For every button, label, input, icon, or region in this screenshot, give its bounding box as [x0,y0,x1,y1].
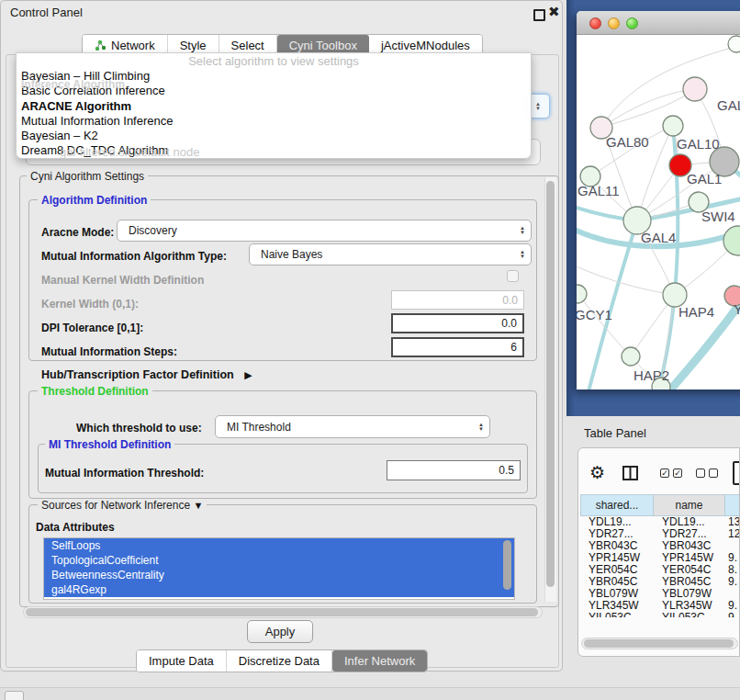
aracne-mode-label: Aracne Mode: [41,226,114,239]
checked-box-icon[interactable]: ✓ [660,469,669,478]
manual-kernel-width-checkbox[interactable] [507,270,519,282]
table-column-header[interactable]: shared... [580,494,654,516]
network-node[interactable] [577,285,587,303]
network-node[interactable] [663,116,683,136]
table-row[interactable]: YBR045CYBR045C9. [580,576,740,588]
table-cell: 8. [725,564,740,576]
network-node[interactable] [622,347,640,366]
close-icon[interactable]: ✖ [548,6,559,17]
algorithm-popup-item[interactable]: Bayesian – K2 [17,129,531,143]
table-cell: 9. [725,600,740,612]
mi-algorithm-type-value: Naive Bayes [250,248,514,261]
table-cell: YIL053C [654,612,725,617]
table-cell: YBL079W [654,588,725,600]
settings-vscrollbar-thumb[interactable] [546,181,555,587]
columns-icon[interactable] [622,466,638,484]
table-column-header[interactable]: name [654,494,725,516]
table-row[interactable]: YER054CYER054C8. [580,564,740,576]
network-canvas[interactable]: GALGAL80GAL10GAL1SWI4GAL11GAL4GCY1HAP4YH… [577,35,740,390]
network-node-label: GAL80 [606,134,649,150]
data-attributes-list[interactable]: SelfLoopsTopologicalCoefficientBetweenne… [43,537,515,600]
close-traffic-light-icon[interactable] [589,17,601,29]
table-cell: YIL053C [580,612,654,617]
algorithm-popup-item[interactable]: Bayesian – Hill Climbing [17,69,531,84]
expand-down-icon: ▼ [193,500,203,511]
table-row[interactable]: YPR145WYPR145W9. [580,552,740,564]
network-node[interactable] [683,77,707,101]
algorithm-popup-item[interactable]: Basic Correlation Inference [17,84,531,98]
document-icon[interactable] [733,461,740,485]
combo-arrows-icon: ▲▼ [514,250,531,259]
minimize-traffic-light-icon[interactable] [608,17,620,29]
attribute-list-item[interactable]: TopologicalCoefficient [44,553,514,568]
tab-label: Discretize Data [239,654,320,668]
table-body: YDL19...YDL19...13YDR27...YDR27...12YBR0… [580,516,740,617]
control-panel: Control Panel ✖ NetworkStyleSelectCyni T… [0,0,563,672]
mi-threshold-field[interactable]: 0.5 [387,460,521,480]
tab-label: Network [111,39,155,52]
tab-discretize-data[interactable]: Discretize Data [227,650,332,672]
algorithm-popup-item[interactable]: ARACNE Algorithm [17,99,531,114]
sources-group-label[interactable]: Sources for Network Inference ▼ [38,499,207,512]
mi-algorithm-type-combo[interactable]: Naive Bayes ▲▼ [249,243,532,265]
dpi-tolerance-field[interactable]: 0.0 [391,313,524,333]
popup-hint: Select algorithm to view settings [17,53,531,69]
attribute-list-item[interactable]: SelfLoops [44,538,514,553]
table-column-header[interactable]: A [725,494,740,516]
table-cell: YBR043C [580,540,654,552]
table-cell: YDL19... [580,516,654,528]
settings-hscrollbar[interactable] [23,606,543,618]
which-threshold-value: MI Threshold [216,421,473,434]
table-row[interactable]: YBL079WYBL079W [580,588,740,600]
algorithm-popup-item[interactable]: Mutual Information Inference [17,114,531,129]
table-panel: ⚙ ✓ ✓ shared...nameA YDL19...YDL19...13Y… [577,447,740,657]
network-node[interactable] [728,36,740,52]
gear-icon[interactable]: ⚙ [589,464,605,481]
algorithm-popup-item[interactable]: Dream8 DC_TDC Algorithm [17,143,531,158]
network-window-titlebar[interactable] [577,11,740,35]
table-hscrollbar[interactable] [581,638,738,649]
corner-widget[interactable] [5,691,24,700]
aracne-mode-combo[interactable]: Discovery ▲▼ [117,220,532,242]
combo-arrows-icon: ▲▼ [473,423,489,432]
table-row[interactable]: YLR345WYLR345W9. [580,600,740,612]
table-cell: YBR045C [654,576,725,588]
mi-steps-label: Mutual Information Steps: [41,345,177,358]
network-node-label: HAP4 [678,304,714,320]
table-cell: YBR043C [654,540,725,552]
table-row[interactable]: YBR043CYBR043C [580,540,740,552]
attributes-list-scrollbar[interactable] [503,540,511,590]
unchecked-box-icon[interactable] [696,469,705,478]
tab-infer-network[interactable]: Infer Network [332,650,427,672]
hub-definition-expander[interactable]: Hub/Transcription Factor Definition ▶ [41,368,252,381]
tab-label: Style [180,39,207,52]
tab-label: Impute Data [149,654,214,668]
attribute-list-item[interactable]: gal4RGexp [44,582,514,597]
table-cell: YLR345W [654,600,725,612]
table-row[interactable]: YDR27...YDR27...12 [580,528,740,540]
table-cell: 9. [725,552,740,564]
tab-label: Infer Network [344,654,415,668]
which-threshold-combo[interactable]: MI Threshold ▲▼ [215,415,490,438]
network-node-label: Y [734,301,740,317]
attribute-list-item[interactable]: BetweennessCentrality [44,568,514,582]
network-node[interactable] [723,226,740,255]
table-cell: YPR145W [654,552,725,564]
mi-steps-field[interactable]: 6 [391,337,524,357]
checked-box-icon[interactable]: ✓ [673,469,682,478]
cyni-algorithm-settings-label: Cyni Algorithm Settings [27,170,148,183]
tab-label: Select [231,39,264,52]
network-node-label: GAL [717,97,740,113]
unchecked-box-icon[interactable] [709,469,718,478]
tab-impute-data[interactable]: Impute Data [137,650,227,672]
table-row[interactable]: YDL19...YDL19...13 [580,516,740,528]
network-node-label: GAL10 [677,136,720,152]
network-node-label: GCY1 [577,307,612,322]
table-row[interactable]: YIL053CYIL053C9 [580,612,740,617]
apply-button[interactable]: Apply [247,620,313,643]
table-cell: YER054C [580,564,654,576]
kernel-width-field[interactable]: 0.0 [391,290,524,310]
zoom-traffic-light-icon[interactable] [626,17,638,29]
expand-right-icon: ▶ [244,369,252,381]
float-icon[interactable] [533,9,545,21]
